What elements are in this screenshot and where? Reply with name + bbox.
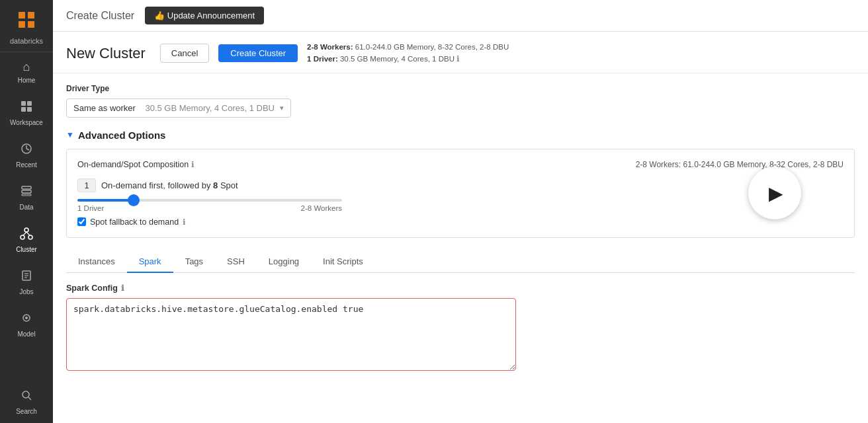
sidebar-item-workspace[interactable]: Workspace xyxy=(0,92,53,134)
sidebar: databricks ⌂ Home Workspace Recent xyxy=(0,0,53,423)
spot-checkbox-label: Spot fallback to demand xyxy=(90,217,179,227)
sidebar-jobs-label: Jobs xyxy=(19,288,33,295)
sidebar-item-search[interactable]: Search xyxy=(0,381,53,423)
sidebar-item-recent[interactable]: Recent xyxy=(0,134,53,176)
svg-rect-7 xyxy=(27,107,32,112)
svg-rect-13 xyxy=(22,194,31,196)
home-icon: ⌂ xyxy=(23,60,30,74)
spot-label-text: Spot xyxy=(220,180,238,190)
composition-label-text: On-demand/Spot Composition xyxy=(77,160,189,169)
demand-info-row: 1 On-demand first, followed by 8 Spot xyxy=(77,178,844,192)
driver-select-value: Same as worker xyxy=(73,103,145,113)
driver-type-label: Driver Type xyxy=(66,84,855,93)
driver-select-spec: 30.5 GB Memory, 4 Cores, 1 DBU xyxy=(145,103,275,113)
cluster-name: New Cluster xyxy=(66,45,146,62)
demand-count-badge: 1 xyxy=(77,178,96,192)
svg-rect-6 xyxy=(21,107,26,112)
cluster-header: New Cluster Cancel Create Cluster 2-8 Wo… xyxy=(53,32,868,73)
content-area: Driver Type Same as worker 30.5 GB Memor… xyxy=(53,73,868,383)
svg-rect-12 xyxy=(22,190,31,193)
svg-rect-5 xyxy=(27,101,32,106)
sidebar-cluster-label: Cluster xyxy=(16,246,37,253)
sidebar-home-label: Home xyxy=(18,77,36,84)
tab-spark[interactable]: Spark xyxy=(127,251,173,273)
tabs-row: Instances Spark Tags SSH Logging Init Sc… xyxy=(66,251,855,273)
cluster-icon xyxy=(20,227,33,243)
advanced-arrow-icon: ▼ xyxy=(66,130,74,139)
svg-point-24 xyxy=(25,317,28,319)
svg-point-16 xyxy=(28,235,32,239)
workers-info-label: 2-8 Workers: xyxy=(307,43,353,51)
sidebar-item-cluster[interactable]: Cluster xyxy=(0,219,53,261)
workers-info-value: 61.0-244.0 GB Memory, 8-32 Cores, 2-8 DB… xyxy=(355,43,509,51)
sidebar-item-data[interactable]: Data xyxy=(0,176,53,219)
sidebar-search-label: Search xyxy=(16,408,37,415)
sidebar-workspace-label: Workspace xyxy=(10,119,43,126)
composition-body: 1 On-demand first, followed by 8 Spot 1 … xyxy=(77,178,844,227)
data-icon xyxy=(20,184,33,201)
svg-rect-4 xyxy=(21,101,26,106)
composition-header: On-demand/Spot Composition ℹ 2-8 Workers… xyxy=(77,160,844,169)
sidebar-data-label: Data xyxy=(19,204,33,211)
model-icon xyxy=(20,311,33,328)
svg-line-18 xyxy=(26,232,30,235)
main-content: Create Cluster 👍 Update Announcement New… xyxy=(53,0,868,423)
recent-icon xyxy=(20,142,33,159)
svg-rect-3 xyxy=(28,21,34,28)
svg-point-15 xyxy=(21,235,24,239)
driver-type-select[interactable]: Same as worker 30.5 GB Memory, 4 Cores, … xyxy=(66,98,291,118)
update-announcement-button[interactable]: 👍 Update Announcement xyxy=(145,7,264,24)
tab-instances[interactable]: Instances xyxy=(66,251,127,273)
composition-info-icon: ℹ xyxy=(191,160,195,169)
spark-config-info-icon: ℹ xyxy=(121,284,124,293)
svg-line-26 xyxy=(28,397,31,400)
top-bar: Create Cluster 👍 Update Announcement xyxy=(53,0,868,32)
spot-count: 8 xyxy=(213,180,218,190)
spark-config-section: Spark Config ℹ xyxy=(66,284,855,373)
sidebar-item-jobs[interactable]: Jobs xyxy=(0,261,53,303)
svg-point-14 xyxy=(24,228,28,232)
advanced-options-title: Advanced Options xyxy=(78,130,166,141)
svg-point-25 xyxy=(22,391,29,398)
advanced-options-toggle[interactable]: ▼ Advanced Options xyxy=(66,130,855,141)
search-icon xyxy=(20,389,33,405)
cluster-info: 2-8 Workers: 61.0-244.0 GB Memory, 8-32 … xyxy=(307,41,509,66)
jobs-icon xyxy=(20,269,33,286)
sidebar-recent-label: Recent xyxy=(16,161,37,169)
page-title: Create Cluster xyxy=(66,10,134,22)
composition-workers-info: 2-8 Workers: 61.0-244.0 GB Memory, 8-32 … xyxy=(636,160,844,169)
sidebar-item-model[interactable]: Model xyxy=(0,303,53,346)
spark-config-label: Spark Config ℹ xyxy=(66,284,855,293)
play-icon: ▶ xyxy=(769,182,783,204)
svg-rect-11 xyxy=(22,186,31,189)
svg-line-10 xyxy=(26,149,29,150)
driver-label: 1 Driver xyxy=(77,204,104,212)
workers-range-label: 2-8 Workers xyxy=(301,204,342,212)
tab-ssh[interactable]: SSH xyxy=(215,251,257,273)
video-play-button[interactable]: ▶ xyxy=(748,167,801,219)
spark-config-textarea[interactable] xyxy=(66,298,516,371)
tab-init-scripts[interactable]: Init Scripts xyxy=(311,251,375,273)
driver-info-label: 1 Driver: xyxy=(307,55,338,63)
tab-tags[interactable]: Tags xyxy=(173,251,215,273)
svg-rect-2 xyxy=(19,21,25,28)
svg-line-17 xyxy=(23,232,26,235)
spot-checkbox-row: Spot fallback to demand ℹ xyxy=(77,217,844,227)
databricks-icon xyxy=(16,9,37,34)
sidebar-model-label: Model xyxy=(17,330,35,338)
spot-demand-slider[interactable] xyxy=(77,199,342,202)
driver-type-row: Same as worker 30.5 GB Memory, 4 Cores, … xyxy=(66,98,855,118)
create-cluster-button[interactable]: Create Cluster xyxy=(218,44,298,62)
tab-logging[interactable]: Logging xyxy=(257,251,311,273)
svg-rect-0 xyxy=(19,12,25,19)
svg-rect-1 xyxy=(28,12,34,19)
composition-label: On-demand/Spot Composition ℹ xyxy=(77,160,195,169)
slider-container: 1 Driver 2-8 Workers xyxy=(77,199,844,212)
driver-info-value: 30.5 GB Memory, 4 Cores, 1 DBU xyxy=(340,55,455,63)
composition-section: On-demand/Spot Composition ℹ 2-8 Workers… xyxy=(66,149,855,238)
spot-fallback-checkbox[interactable] xyxy=(77,217,86,226)
driver-info-icon: ℹ xyxy=(456,54,460,63)
cancel-button[interactable]: Cancel xyxy=(160,44,209,63)
brand: databricks xyxy=(0,0,53,52)
sidebar-item-home[interactable]: ⌂ Home xyxy=(0,52,53,92)
